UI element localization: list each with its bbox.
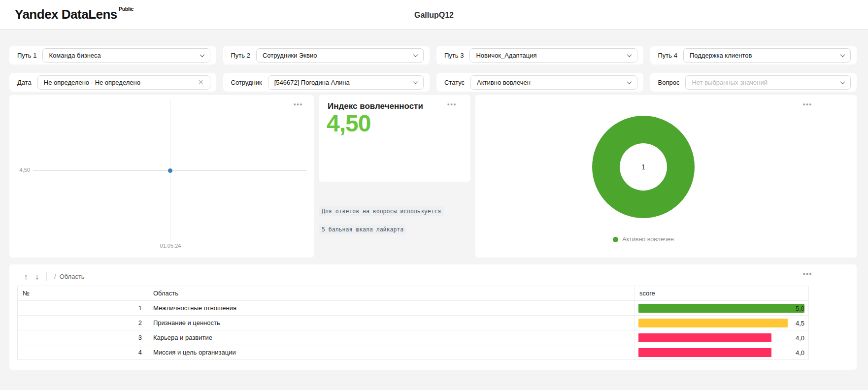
top-bar: Yandex DataLensPublic GallupQ12 — [0, 0, 868, 30]
score-bar — [638, 348, 771, 357]
filter-path3-label: Путь 3 — [444, 52, 464, 59]
score-value: 4,0 — [796, 334, 804, 341]
filter-path2-value: Сотрудники Эквио — [263, 52, 317, 59]
score-bar — [638, 319, 788, 327]
row-score-cell: 4,5 — [634, 316, 809, 330]
indicator-value: 4,50 — [327, 110, 370, 137]
chart-data-point[interactable] — [168, 168, 172, 173]
filter-path1-select[interactable]: Команда бизнеса — [42, 48, 210, 63]
score-bar — [638, 304, 804, 313]
score-value: 4,0 — [796, 349, 804, 356]
filter-status-label: Статус — [444, 79, 465, 86]
filter-status-select[interactable]: Активно вовлечен — [470, 75, 637, 90]
filter-path3-select[interactable]: Новичок_Адаптация — [469, 48, 637, 63]
widget-menu-icon[interactable]: ⋯ — [293, 100, 303, 109]
donut-legend-item[interactable]: Активно вовлечен — [545, 236, 742, 243]
donut-chart-widget: ⋯ 1 Активно вовлечен — [475, 95, 857, 258]
filter-question: Вопрос Нет выбранных значений — [650, 73, 857, 92]
score-value: 5,0 — [796, 304, 804, 312]
table-widget: ⋯ ↑ ↓ / Область № Область score 1 Межлич… — [9, 264, 857, 370]
donut-center-label: 1 — [620, 143, 667, 191]
chevron-down-icon — [627, 79, 632, 84]
note-chip: Для ответов на вопросы используется — [319, 206, 444, 216]
breadcrumb[interactable]: Область — [60, 273, 85, 280]
filter-date-label: Дата — [17, 79, 32, 86]
chevron-down-icon — [413, 52, 418, 57]
table-row[interactable]: 3 Карьера и развитие 4,0 — [18, 330, 809, 345]
filter-path2-select[interactable]: Сотрудники Эквио — [256, 48, 424, 63]
indicator-widget: ⋯ Индекс вовлеченности 4,50 — [319, 95, 470, 182]
filter-path4-value: Поддержка клиентов — [690, 52, 752, 59]
score-value: 4,5 — [796, 319, 804, 326]
clear-icon[interactable]: ✕ — [198, 79, 204, 86]
filter-question-placeholder: Нет выбранных значений — [692, 79, 768, 86]
widgets-row: ⋯ 4,50 01.05.24 ⋯ Индекс вовлеченности 4… — [9, 95, 857, 258]
row-score-cell: 4,0 — [634, 345, 809, 360]
chevron-down-icon — [627, 52, 632, 57]
filters-panel: Путь 1 Команда бизнеса Путь 2 Сотрудники… — [9, 46, 857, 92]
filter-status: Статус Активно вовлечен — [436, 73, 643, 92]
filter-path1: Путь 1 Команда бизнеса — [9, 46, 216, 65]
row-area: Карьера и развитие — [148, 330, 634, 345]
sort-desc-icon[interactable]: ↓ — [35, 273, 39, 280]
note-chip: 5 бальная шкала лайкарта — [319, 225, 406, 234]
filter-date-value: Не определено - Не определено — [44, 79, 140, 86]
row-score-cell: 4,0 — [634, 330, 809, 345]
toolbar-divider — [46, 272, 47, 281]
filter-employee-value: [546672] Погодина Алина — [274, 79, 350, 86]
row-area: Межличностные отношения — [148, 301, 634, 316]
filter-path4: Путь 4 Поддержка клиентов — [650, 46, 857, 65]
filter-employee-select[interactable]: [546672] Погодина Алина — [268, 75, 424, 90]
chevron-down-icon — [840, 52, 845, 57]
table-row[interactable]: 1 Межличностные отношения 5,0 — [18, 301, 809, 316]
filter-path2: Путь 2 Сотрудники Эквио — [223, 46, 430, 65]
widget-menu-icon[interactable]: ⋯ — [447, 100, 457, 109]
col-header-score[interactable]: score — [634, 286, 809, 301]
col-header-num[interactable]: № — [18, 286, 148, 301]
filter-date: Дата Не определено - Не определено ✕ — [9, 73, 216, 92]
filter-employee-label: Сотрудник — [231, 79, 262, 86]
chevron-down-icon — [200, 52, 204, 57]
col-header-area[interactable]: Область — [148, 286, 634, 301]
legend-label: Активно вовлечен — [622, 236, 674, 243]
dashboard-title: GallupQ12 — [0, 11, 868, 20]
widget-menu-icon[interactable]: ⋯ — [802, 269, 812, 279]
filter-path2-label: Путь 2 — [231, 52, 250, 59]
filter-status-value: Активно вовлечен — [477, 79, 531, 86]
filter-date-select[interactable]: Не определено - Не определено ✕ — [37, 75, 210, 90]
line-chart-widget: ⋯ 4,50 01.05.24 — [9, 95, 314, 258]
table-header-row: № Область score — [18, 286, 809, 301]
scores-table: № Область score 1 Межличностные отношени… — [17, 286, 809, 360]
row-num: 4 — [18, 345, 148, 360]
filter-path4-label: Путь 4 — [658, 52, 677, 59]
widget-menu-icon[interactable]: ⋯ — [802, 100, 812, 109]
table-row[interactable]: 2 Признание и ценность 4,5 — [18, 316, 809, 330]
chevron-down-icon — [413, 79, 418, 84]
legend-dot-icon — [613, 237, 618, 242]
row-area: Признание и ценность — [148, 316, 634, 330]
table-row[interactable]: 4 Миссия и цель организации 4,0 — [18, 345, 809, 360]
row-num: 1 — [18, 301, 148, 316]
table-toolbar: ↑ ↓ / Область — [24, 272, 85, 281]
sort-asc-icon[interactable]: ↑ — [24, 273, 28, 280]
filter-question-label: Вопрос — [658, 79, 680, 86]
row-score-cell: 5,0 — [634, 301, 809, 316]
row-area: Миссия и цель организации — [148, 345, 634, 360]
filter-path3-value: Новичок_Адаптация — [476, 52, 536, 59]
filter-path1-value: Команда бизнеса — [49, 52, 100, 59]
filter-path3: Путь 3 Новичок_Адаптация — [436, 46, 643, 65]
filter-path4-select[interactable]: Поддержка клиентов — [683, 48, 851, 63]
chevron-down-icon — [840, 79, 845, 84]
breadcrumb-slash: / — [54, 273, 56, 280]
score-bar — [638, 333, 771, 342]
row-num: 3 — [18, 330, 148, 345]
donut-ring[interactable]: 1 — [592, 116, 695, 218]
x-axis-tick: 01.05.24 — [150, 243, 191, 249]
filter-question-select[interactable]: Нет выбранных значений — [685, 75, 851, 90]
filter-path1-label: Путь 1 — [17, 52, 36, 59]
y-axis-tick: 4,50 — [11, 167, 30, 173]
filter-employee: Сотрудник [546672] Погодина Алина — [223, 73, 430, 92]
row-num: 2 — [18, 316, 148, 330]
